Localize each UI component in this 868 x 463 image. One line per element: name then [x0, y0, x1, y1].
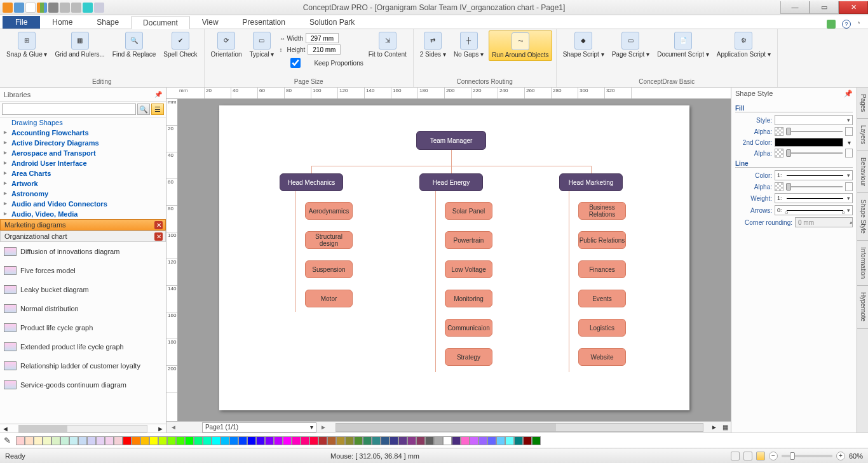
color-swatch[interactable]: [336, 436, 345, 445]
orientation-button[interactable]: ⟳Orientation: [208, 30, 245, 60]
color-swatch[interactable]: [25, 436, 34, 445]
color-swatch[interactable]: [212, 436, 220, 445]
hand-tool-icon[interactable]: [731, 452, 740, 460]
color-swatch[interactable]: [149, 436, 158, 445]
color-swatch[interactable]: [43, 436, 51, 445]
canvas-viewport[interactable]: Team Manager Head Mechanics Head Energy …: [178, 99, 731, 421]
zoom-out-button[interactable]: −: [769, 452, 778, 460]
sidetab-shape-style[interactable]: Shape Style: [857, 193, 868, 241]
tab-file[interactable]: File: [3, 16, 40, 29]
qat-print-icon[interactable]: [48, 3, 58, 13]
color-swatch[interactable]: [203, 436, 212, 445]
line-color-dropdown[interactable]: 1:: [775, 170, 853, 180]
color-swatch[interactable]: [60, 436, 69, 445]
color-swatch[interactable]: [514, 436, 523, 445]
qat-new-icon[interactable]: [14, 3, 24, 13]
height-field[interactable]: [308, 44, 341, 55]
snap-glue-button[interactable]: ⊞Snap & Glue ▾: [4, 30, 50, 60]
library-tree-item[interactable]: Audio, Video, Media: [0, 209, 166, 219]
color-swatch[interactable]: [381, 436, 390, 445]
fit-page-icon[interactable]: [756, 452, 765, 460]
org-node[interactable]: Public Relations: [578, 231, 626, 249]
tab-view[interactable]: View: [190, 15, 231, 29]
arrows-dropdown[interactable]: 0:○○: [775, 205, 853, 215]
color-swatch[interactable]: [434, 436, 443, 445]
sidetab-information[interactable]: Information: [857, 241, 868, 286]
close-button[interactable]: ✕: [839, 1, 868, 14]
color-swatch[interactable]: [105, 436, 114, 445]
help-icon[interactable]: ?: [842, 20, 851, 29]
run-around-button[interactable]: ⤳Run Around Objects: [489, 30, 552, 61]
zoom-slider[interactable]: [782, 455, 832, 457]
scroll-end-button[interactable]: ►: [709, 424, 720, 431]
color-swatch[interactable]: [96, 436, 105, 445]
alpha-stepper[interactable]: [845, 149, 853, 158]
color-swatch[interactable]: [51, 436, 60, 445]
color-swatch[interactable]: [256, 436, 265, 445]
search-input[interactable]: [2, 104, 136, 115]
org-node[interactable]: Low Voltage: [445, 260, 492, 278]
org-node[interactable]: Aerodynamics: [305, 202, 353, 220]
list-item[interactable]: Leaky bucket diagram: [0, 280, 166, 299]
second-color-dropdown[interactable]: [775, 138, 843, 147]
maximize-button[interactable]: ▭: [810, 1, 839, 14]
color-swatch[interactable]: [470, 436, 478, 445]
minimize-button[interactable]: ―: [780, 1, 810, 14]
color-swatch[interactable]: [87, 436, 96, 445]
pin-icon[interactable]: 📌: [844, 90, 853, 98]
alpha-stepper[interactable]: [845, 182, 853, 191]
page-selector[interactable]: Page1 (1/1): [202, 422, 316, 433]
org-node[interactable]: Logistics: [578, 319, 626, 337]
list-item[interactable]: Relationship ladder of customer loyalty: [0, 356, 166, 375]
org-node[interactable]: Motor: [305, 290, 353, 307]
sidetab-hypernote[interactable]: Hypernote: [857, 286, 868, 328]
view-toggle-button[interactable]: ☰: [151, 104, 164, 115]
color-swatch[interactable]: [283, 436, 292, 445]
color-swatch[interactable]: [372, 436, 381, 445]
list-item[interactable]: Diffusion of innovations diagram: [0, 242, 166, 261]
org-node[interactable]: Events: [578, 290, 626, 307]
close-icon[interactable]: ✕: [154, 221, 163, 229]
no-gaps-button[interactable]: ┼No Gaps ▾: [451, 30, 486, 60]
search-button[interactable]: 🔍: [137, 104, 150, 115]
eyedropper-icon[interactable]: ✎: [4, 436, 11, 445]
qat-open-icon[interactable]: [25, 3, 36, 13]
color-swatch[interactable]: [496, 436, 505, 445]
org-node[interactable]: Suspension: [305, 260, 353, 278]
list-item[interactable]: Service-goods continuum diagram: [0, 375, 166, 394]
color-swatch[interactable]: [487, 436, 496, 445]
sidetab-layers[interactable]: Layers: [857, 119, 868, 151]
tab-home[interactable]: Home: [40, 15, 85, 29]
org-node[interactable]: Communicaion: [445, 319, 492, 337]
qat-options-icon[interactable]: [94, 3, 104, 13]
list-item[interactable]: Five forces model: [0, 261, 166, 280]
page-script-button[interactable]: ▭Page Script ▾: [609, 30, 652, 60]
color-swatch[interactable]: [407, 436, 416, 445]
color-swatch[interactable]: [390, 436, 398, 445]
color-swatch[interactable]: [318, 436, 327, 445]
org-node[interactable]: Business Relations: [578, 202, 626, 220]
line-alpha-slider[interactable]: [786, 183, 843, 191]
list-item[interactable]: Extended product life cycle graph: [0, 337, 166, 356]
color-swatch[interactable]: [132, 436, 140, 445]
tab-solution-park[interactable]: Solution Park: [297, 15, 367, 29]
width-field[interactable]: [306, 33, 339, 43]
color-swatch[interactable]: [532, 436, 541, 445]
split-button[interactable]: ▦: [720, 424, 731, 431]
page-prev-button[interactable]: ◄: [166, 424, 180, 431]
color-swatch[interactable]: [123, 436, 132, 445]
pin-icon[interactable]: 📌: [154, 91, 162, 98]
page-next-button[interactable]: ►: [316, 424, 330, 431]
library-tree-item[interactable]: Astronomy: [0, 189, 166, 199]
alpha-stepper[interactable]: [845, 127, 853, 136]
color-swatch[interactable]: [265, 436, 274, 445]
color-swatch[interactable]: [478, 436, 487, 445]
list-item[interactable]: Product life cycle graph: [0, 318, 166, 337]
section-marketing[interactable]: Marketing diagrams✕: [0, 219, 166, 231]
tab-shape[interactable]: Shape: [85, 15, 131, 29]
color-swatch[interactable]: [354, 436, 363, 445]
org-node[interactable]: Finances: [578, 260, 626, 278]
color-swatch[interactable]: [78, 436, 87, 445]
org-node[interactable]: Structural design: [305, 231, 353, 249]
color-swatch[interactable]: [140, 436, 149, 445]
